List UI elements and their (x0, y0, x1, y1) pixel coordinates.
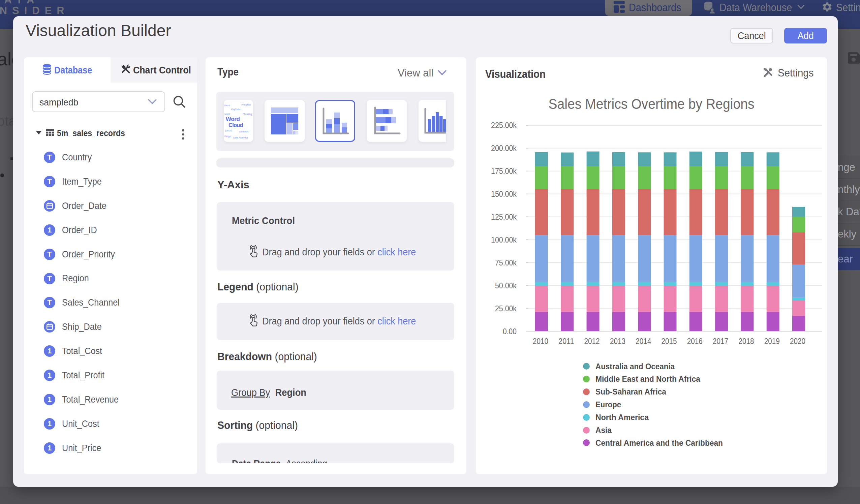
svg-text:Australia and Oceania: Australia and Oceania (596, 362, 675, 371)
svg-text:2017: 2017 (713, 337, 728, 346)
svg-text:iness: iness (225, 104, 230, 106)
svg-text:2018: 2018 (739, 337, 754, 346)
svg-text:Phrasing: Phrasing (243, 113, 252, 116)
svg-text:common: common (239, 130, 248, 133)
svg-text:2020: 2020 (790, 337, 805, 346)
svg-text:[cloud]: [cloud] (225, 129, 232, 132)
svg-text:Sales Metrics Overtime by Regi: Sales Metrics Overtime by Regions (549, 96, 755, 112)
svg-text:125.00k: 125.00k (491, 212, 517, 221)
svg-text:175.00k: 175.00k (491, 167, 517, 175)
svg-text:200.00k: 200.00k (491, 144, 517, 153)
svg-text:Data Analytics: Data Analytics (233, 136, 248, 139)
svg-text:2011: 2011 (558, 337, 574, 346)
svg-text:25.00k: 25.00k (495, 304, 517, 313)
svg-text:North America: North America (596, 413, 649, 422)
svg-text:Middle East and North Africa: Middle East and North Africa (596, 375, 700, 384)
svg-text:225.00k: 225.00k (491, 120, 517, 130)
svg-text:things: things (225, 135, 231, 138)
svg-text:50.00k: 50.00k (495, 281, 517, 290)
svg-text:0.00: 0.00 (503, 327, 517, 336)
svg-text:Asia: Asia (596, 426, 612, 435)
svg-text:Sub-Saharan Africa: Sub-Saharan Africa (596, 387, 666, 396)
svg-text:Europe: Europe (596, 400, 621, 409)
svg-text:2016: 2016 (687, 337, 703, 346)
svg-text:KeyData: KeyData (231, 108, 240, 111)
svg-text:2015: 2015 (661, 337, 677, 346)
svg-text:2013: 2013 (610, 337, 626, 346)
svg-text:Central America and the Caribb: Central America and the Caribbean (596, 438, 723, 447)
svg-text:Analytics: Analytics (241, 103, 251, 106)
svg-text:Cloud: Cloud (228, 122, 243, 128)
svg-text:2010: 2010 (533, 337, 548, 346)
svg-text:75.00k: 75.00k (495, 258, 517, 267)
svg-text:2012: 2012 (584, 337, 600, 346)
svg-text:Word: Word (226, 116, 240, 122)
svg-text:word: word (224, 113, 229, 115)
svg-text:2014: 2014 (635, 337, 651, 346)
svg-text:2019: 2019 (764, 337, 780, 346)
svg-text:150.00k: 150.00k (491, 189, 517, 199)
svg-text:100.00k: 100.00k (491, 235, 517, 244)
